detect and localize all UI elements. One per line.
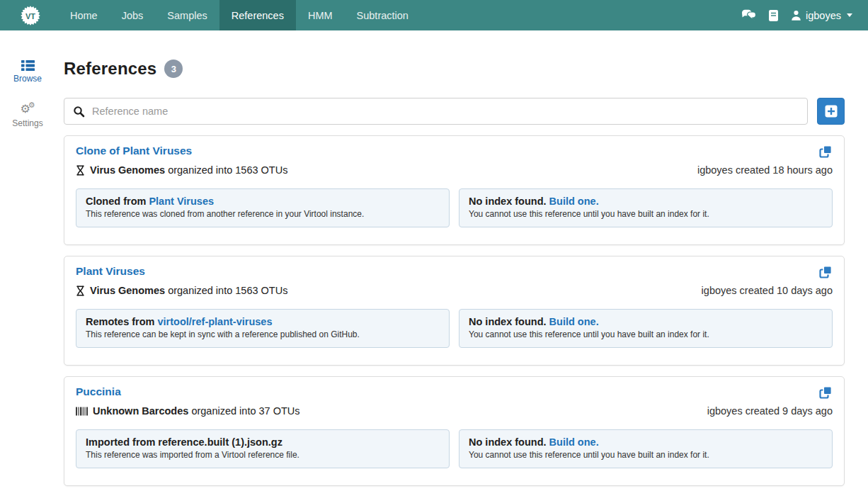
list-icon [21, 60, 35, 71]
otu-count-text: organized into 1563 OTUs [165, 285, 287, 296]
data-type: Unknown Barcodes [93, 405, 188, 417]
origin-link[interactable]: Plant Viruses [149, 196, 214, 207]
clone-icon[interactable] [818, 265, 833, 279]
reference-count-badge: 3 [164, 60, 183, 78]
reference-name-link[interactable]: Clone of Plant Viruses [76, 145, 192, 157]
navbar: VT Home Jobs Samples References HMM Subt… [0, 0, 868, 30]
user-menu[interactable]: igboyes [791, 10, 852, 21]
reference-name-link[interactable]: Puccinia [76, 385, 121, 398]
clone-icon[interactable] [818, 145, 833, 159]
virtool-logo-text: VT [25, 11, 35, 20]
index-panel: No index found. Build one. You cannot us… [459, 309, 833, 348]
log-icon[interactable] [768, 9, 779, 22]
search-input[interactable] [92, 106, 799, 117]
index-description: You cannot use this reference until you … [469, 329, 823, 339]
sidebar-item-settings[interactable]: ⚙⚙ Settings [0, 101, 55, 128]
nav-item-home[interactable]: Home [58, 0, 110, 30]
index-description: You cannot use this reference until you … [469, 209, 823, 219]
created-text: igboyes created 10 days ago [702, 285, 833, 296]
build-index-link[interactable]: Build one. [549, 316, 599, 327]
dna-icon [76, 286, 85, 296]
sidebar-label-browse: Browse [0, 74, 55, 84]
gears-icon: ⚙⚙ [20, 103, 35, 115]
search-icon [73, 106, 85, 118]
origin-panel: Cloned from Plant Viruses This reference… [76, 188, 450, 227]
reference-card: Puccinia [64, 376, 845, 486]
index-label: No index found. [469, 196, 549, 207]
nav-item-jobs[interactable]: Jobs [110, 0, 156, 30]
clone-icon[interactable] [818, 385, 833, 400]
user-icon [791, 10, 801, 21]
origin-description: This reference was cloned from another r… [86, 209, 440, 219]
build-index-link[interactable]: Build one. [549, 436, 599, 448]
index-panel: No index found. Build one. You cannot us… [459, 429, 833, 468]
created-text: igboyes created 18 hours ago [697, 164, 833, 176]
nav-item-hmm[interactable]: HMM [296, 0, 345, 30]
data-type: Virus Genomes [90, 164, 165, 176]
plus-square-icon [824, 104, 838, 118]
create-reference-button[interactable] [817, 98, 845, 125]
search-box [64, 98, 808, 125]
main-nav: Home Jobs Samples References HMM Subtrac… [58, 0, 421, 30]
dna-icon [76, 165, 85, 176]
reference-name-link[interactable]: Plant Viruses [76, 265, 145, 278]
origin-label: Cloned from [86, 196, 149, 207]
index-description: You cannot use this reference until you … [469, 450, 823, 460]
reference-card: Clone of Plant Viruses [64, 135, 845, 245]
data-type: Virus Genomes [90, 285, 165, 296]
virtool-logo[interactable]: VT [20, 0, 41, 30]
nav-item-samples[interactable]: Samples [155, 0, 219, 30]
origin-label: Imported from reference.built (1).json.g… [86, 436, 282, 448]
origin-panel: Remotes from virtool/ref-plant-viruses T… [76, 309, 450, 348]
origin-description: This reference was imported from a Virto… [86, 450, 440, 460]
sidebar-item-browse[interactable]: Browse [0, 60, 55, 84]
username: igboyes [806, 10, 841, 21]
barcode-icon [76, 407, 88, 416]
index-label: No index found. [469, 436, 549, 448]
index-label: No index found. [469, 316, 549, 327]
index-panel: No index found. Build one. You cannot us… [459, 188, 833, 227]
sidebar-label-settings: Settings [0, 118, 55, 128]
nav-item-subtraction[interactable]: Subtraction [345, 0, 421, 30]
page-title: References [64, 59, 156, 79]
origin-description: This reference can be kept in sync with … [86, 329, 440, 339]
build-index-link[interactable]: Build one. [549, 196, 599, 207]
sidebar: Browse ⚙⚙ Settings [0, 30, 55, 486]
chat-icon[interactable] [741, 9, 756, 21]
otu-count-text: organized into 1563 OTUs [165, 164, 287, 176]
created-text: igboyes created 9 days ago [707, 405, 833, 417]
reference-card: Plant Viruses Virus Gen [64, 256, 845, 366]
otu-count-text: organized into 37 OTUs [188, 405, 299, 417]
origin-label: Remotes from [86, 316, 158, 327]
caret-down-icon [847, 13, 852, 17]
nav-item-references[interactable]: References [219, 0, 296, 30]
origin-link[interactable]: virtool/ref-plant-viruses [158, 316, 273, 327]
origin-panel: Imported from reference.built (1).json.g… [76, 429, 450, 468]
